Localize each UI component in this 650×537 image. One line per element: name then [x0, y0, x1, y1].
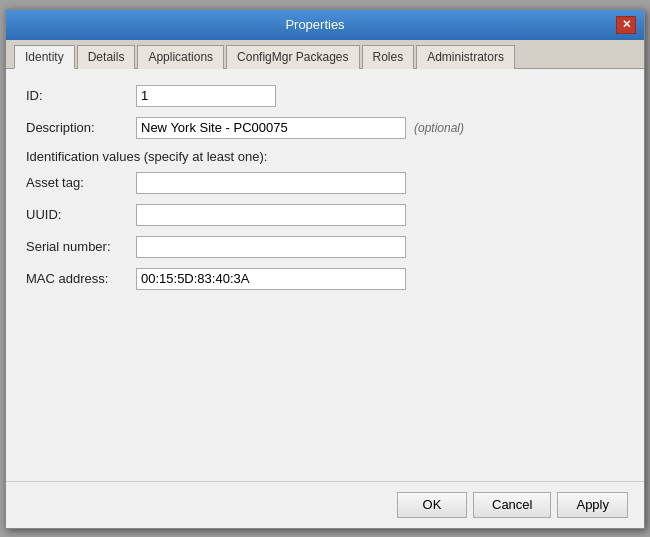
id-label: ID: [26, 88, 136, 103]
uuid-row: UUID: [26, 204, 624, 226]
serial-number-label: Serial number: [26, 239, 136, 254]
uuid-label: UUID: [26, 207, 136, 222]
asset-tag-row: Asset tag: [26, 172, 624, 194]
mac-address-input[interactable] [136, 268, 406, 290]
tab-roles[interactable]: Roles [362, 45, 415, 69]
title-bar: Properties ✕ [6, 10, 644, 40]
description-label: Description: [26, 120, 136, 135]
description-row: Description: (optional) [26, 117, 624, 139]
optional-label: (optional) [414, 121, 464, 135]
serial-number-row: Serial number: [26, 236, 624, 258]
close-button[interactable]: ✕ [616, 16, 636, 34]
identification-section-label: Identification values (specify at least … [26, 149, 624, 164]
asset-tag-label: Asset tag: [26, 175, 136, 190]
mac-address-row: MAC address: [26, 268, 624, 290]
asset-tag-input[interactable] [136, 172, 406, 194]
tab-identity[interactable]: Identity [14, 45, 75, 69]
id-row: ID: [26, 85, 624, 107]
cancel-button[interactable]: Cancel [473, 492, 551, 518]
uuid-input[interactable] [136, 204, 406, 226]
tab-administrators[interactable]: Administrators [416, 45, 515, 69]
tab-content: ID: Description: (optional) Identificati… [6, 69, 644, 481]
ok-button[interactable]: OK [397, 492, 467, 518]
dialog-title: Properties [14, 17, 616, 32]
tab-bar: Identity Details Applications ConfigMgr … [6, 40, 644, 69]
dialog-footer: OK Cancel Apply [6, 481, 644, 528]
mac-address-label: MAC address: [26, 271, 136, 286]
serial-number-input[interactable] [136, 236, 406, 258]
properties-dialog: Properties ✕ Identity Details Applicatio… [5, 9, 645, 529]
tab-details[interactable]: Details [77, 45, 136, 69]
tab-applications[interactable]: Applications [137, 45, 224, 69]
apply-button[interactable]: Apply [557, 492, 628, 518]
description-input[interactable] [136, 117, 406, 139]
id-input[interactable] [136, 85, 276, 107]
tab-configmgr-packages[interactable]: ConfigMgr Packages [226, 45, 359, 69]
